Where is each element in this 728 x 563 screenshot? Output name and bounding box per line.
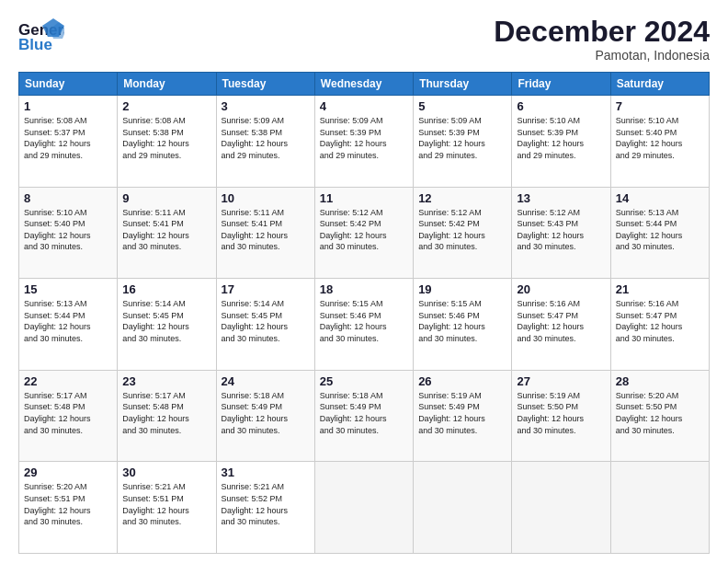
page: General Blue December 2024 Pamotan, Indo… <box>0 0 728 563</box>
month-title: December 2024 <box>494 17 710 46</box>
day-4: 4 Sunrise: 5:09 AMSunset: 5:39 PMDayligh… <box>314 96 413 188</box>
day-10: 10 Sunrise: 5:11 AMSunset: 5:41 PMDaylig… <box>216 187 314 279</box>
day-13: 13 Sunrise: 5:12 AMSunset: 5:43 PMDaylig… <box>512 187 610 279</box>
day-7: 7 Sunrise: 5:10 AMSunset: 5:40 PMDayligh… <box>610 96 709 188</box>
day-6: 6 Sunrise: 5:10 AMSunset: 5:39 PMDayligh… <box>512 96 610 188</box>
day-empty-2 <box>414 462 512 554</box>
day-19: 19 Sunrise: 5:15 AMSunset: 5:46 PMDaylig… <box>414 279 512 371</box>
day-20: 20 Sunrise: 5:16 AMSunset: 5:47 PMDaylig… <box>512 279 610 371</box>
day-27: 27 Sunrise: 5:19 AMSunset: 5:50 PMDaylig… <box>512 370 610 462</box>
week-row-2: 8 Sunrise: 5:10 AMSunset: 5:40 PMDayligh… <box>19 187 710 279</box>
day-28: 28 Sunrise: 5:20 AMSunset: 5:50 PMDaylig… <box>610 370 709 462</box>
week-row-5: 29 Sunrise: 5:20 AMSunset: 5:51 PMDaylig… <box>19 462 710 554</box>
col-saturday: Saturday <box>610 73 709 96</box>
day-empty-1 <box>314 462 413 554</box>
day-15: 15 Sunrise: 5:13 AMSunset: 5:44 PMDaylig… <box>19 279 118 371</box>
day-empty-4 <box>610 462 709 554</box>
day-24: 24 Sunrise: 5:18 AMSunset: 5:49 PMDaylig… <box>216 370 314 462</box>
calendar-header-row: Sunday Monday Tuesday Wednesday Thursday… <box>19 73 710 96</box>
day-1: 1 Sunrise: 5:08 AMSunset: 5:37 PMDayligh… <box>19 96 118 188</box>
day-31: 31 Sunrise: 5:21 AMSunset: 5:52 PMDaylig… <box>216 462 314 554</box>
day-26: 26 Sunrise: 5:19 AMSunset: 5:49 PMDaylig… <box>414 370 512 462</box>
day-18: 18 Sunrise: 5:15 AMSunset: 5:46 PMDaylig… <box>314 279 413 371</box>
day-17: 17 Sunrise: 5:14 AMSunset: 5:45 PMDaylig… <box>216 279 314 371</box>
col-monday: Monday <box>118 73 216 96</box>
logo-icon: General Blue <box>18 17 64 61</box>
col-thursday: Thursday <box>414 73 512 96</box>
header: General Blue December 2024 Pamotan, Indo… <box>18 17 710 63</box>
day-12: 12 Sunrise: 5:12 AMSunset: 5:42 PMDaylig… <box>414 187 512 279</box>
svg-text:Blue: Blue <box>18 36 52 53</box>
day-25: 25 Sunrise: 5:18 AMSunset: 5:49 PMDaylig… <box>314 370 413 462</box>
col-sunday: Sunday <box>19 73 118 96</box>
day-21: 21 Sunrise: 5:16 AMSunset: 5:47 PMDaylig… <box>610 279 709 371</box>
day-11: 11 Sunrise: 5:12 AMSunset: 5:42 PMDaylig… <box>314 187 413 279</box>
col-wednesday: Wednesday <box>314 73 413 96</box>
week-row-4: 22 Sunrise: 5:17 AMSunset: 5:48 PMDaylig… <box>19 370 710 462</box>
day-9: 9 Sunrise: 5:11 AMSunset: 5:41 PMDayligh… <box>118 187 216 279</box>
day-16: 16 Sunrise: 5:14 AMSunset: 5:45 PMDaylig… <box>118 279 216 371</box>
day-23: 23 Sunrise: 5:17 AMSunset: 5:48 PMDaylig… <box>118 370 216 462</box>
day-14: 14 Sunrise: 5:13 AMSunset: 5:44 PMDaylig… <box>610 187 709 279</box>
col-friday: Friday <box>512 73 610 96</box>
calendar-table: Sunday Monday Tuesday Wednesday Thursday… <box>18 72 710 554</box>
day-empty-3 <box>512 462 610 554</box>
week-row-1: 1 Sunrise: 5:08 AMSunset: 5:37 PMDayligh… <box>19 96 710 188</box>
day-22: 22 Sunrise: 5:17 AMSunset: 5:48 PMDaylig… <box>19 370 118 462</box>
location: Pamotan, Indonesia <box>494 48 710 63</box>
title-block: December 2024 Pamotan, Indonesia <box>494 17 710 63</box>
logo: General Blue <box>18 17 64 61</box>
week-row-3: 15 Sunrise: 5:13 AMSunset: 5:44 PMDaylig… <box>19 279 710 371</box>
day-30: 30 Sunrise: 5:21 AMSunset: 5:51 PMDaylig… <box>118 462 216 554</box>
col-tuesday: Tuesday <box>216 73 314 96</box>
day-2: 2 Sunrise: 5:08 AMSunset: 5:38 PMDayligh… <box>118 96 216 188</box>
day-3: 3 Sunrise: 5:09 AMSunset: 5:38 PMDayligh… <box>216 96 314 188</box>
day-5: 5 Sunrise: 5:09 AMSunset: 5:39 PMDayligh… <box>414 96 512 188</box>
day-8: 8 Sunrise: 5:10 AMSunset: 5:40 PMDayligh… <box>19 187 118 279</box>
day-29: 29 Sunrise: 5:20 AMSunset: 5:51 PMDaylig… <box>19 462 118 554</box>
